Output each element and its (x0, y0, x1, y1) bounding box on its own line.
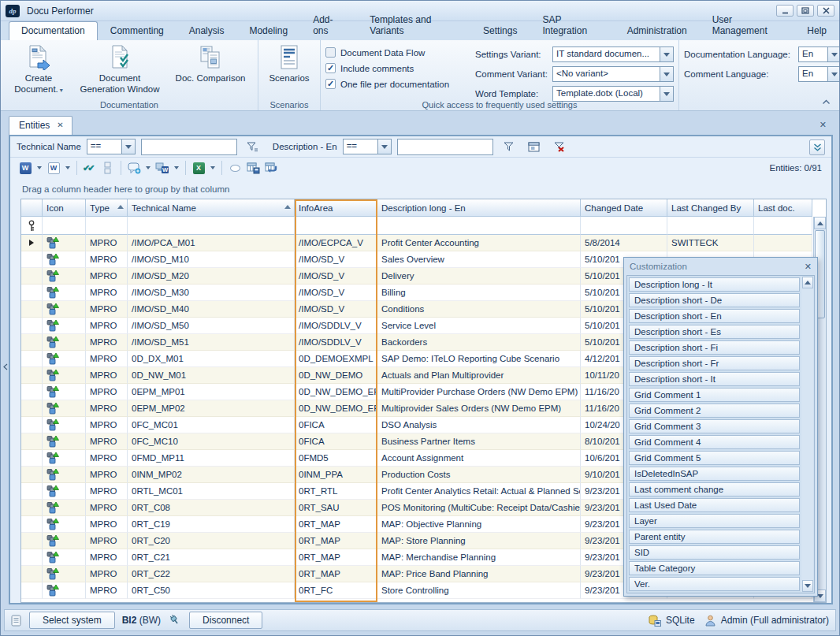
header-infoarea[interactable]: InfoArea (295, 199, 377, 217)
header-description[interactable]: Description long - En (377, 199, 581, 217)
scroll-up-button[interactable] (814, 217, 826, 229)
header-last-doc[interactable]: Last doc. (754, 199, 812, 217)
customization-item-isdeletedinsap[interactable]: IsDeletedInSAP (629, 467, 800, 481)
tab-close-icon[interactable]: ✕ (57, 121, 63, 129)
add-comment-button[interactable] (125, 159, 143, 177)
ribbon-tab-help[interactable]: Help (794, 21, 839, 40)
documentation-language-select[interactable]: En (798, 46, 840, 62)
expand-filter-button[interactable] (809, 139, 825, 155)
header-icon[interactable]: Icon (43, 199, 86, 217)
filter-cell[interactable] (128, 217, 295, 235)
generate-word-document-button[interactable]: W (17, 159, 34, 177)
customization-item-description-short-en[interactable]: Description short - En (629, 309, 800, 323)
filter-cell[interactable] (754, 217, 812, 235)
filter-cell[interactable] (86, 217, 128, 235)
ribbon-tab-add-ons[interactable]: Add-ons (300, 10, 357, 40)
checkbox-icon[interactable]: ✓ (325, 63, 336, 73)
customization-item-description-short-de[interactable]: Description short - De (629, 293, 800, 307)
customization-item-grid-comment-5[interactable]: Grid Comment 5 (629, 451, 800, 465)
apply-filter-button[interactable] (499, 138, 518, 155)
ribbon-tab-modeling[interactable]: Modeling (236, 21, 300, 40)
customization-item-grid-comment-3[interactable]: Grid Comment 3 (629, 419, 800, 433)
customization-item-description-short-fr[interactable]: Description short - Fr (629, 356, 800, 370)
customization-close-icon[interactable]: ✕ (805, 262, 812, 272)
comment-variant-select[interactable]: <No variant> (552, 66, 674, 82)
comment-language-select[interactable]: En (798, 66, 840, 82)
customization-item-description-short-es[interactable]: Description short - Es (629, 325, 800, 339)
scenarios-button[interactable]: Scenarios (263, 43, 315, 86)
filter-cell[interactable] (581, 217, 667, 235)
dock-panel-handle[interactable] (2, 357, 9, 376)
ribbon-tab-settings[interactable]: Settings (470, 21, 530, 40)
scroll-up-button[interactable] (802, 277, 813, 288)
description-operator-select[interactable]: == (343, 139, 392, 154)
customization-scrollbar[interactable] (801, 277, 813, 592)
customization-item-grid-comment-2[interactable]: Grid Comment 2 (629, 404, 800, 418)
customization-item-description-short-fi[interactable]: Description short - Fi (629, 340, 800, 355)
collapse-ribbon-button[interactable] (819, 95, 833, 107)
mark-all-button[interactable]: ✔✔ (81, 159, 98, 177)
doc-comparison-button[interactable]: Doc. Comparison (168, 43, 253, 86)
reset-grid-layout-button[interactable] (262, 159, 280, 177)
generate-word-document-dropdown[interactable] (35, 159, 44, 177)
table-row[interactable]: MPRO /IMO/PCA_M01 /IMO/ECPCA_V Profit Ce… (21, 235, 826, 251)
customization-item-layer[interactable]: Layer (629, 514, 800, 528)
filter-cell[interactable] (667, 217, 754, 235)
filter-cell[interactable] (43, 217, 86, 235)
customization-item-grid-comment-4[interactable]: Grid Comment 4 (629, 435, 800, 449)
settings-variant-dropdown-icon[interactable] (660, 46, 674, 62)
scroll-down-button[interactable] (802, 580, 813, 592)
operator-dropdown-icon[interactable] (378, 139, 392, 154)
database-label[interactable]: SQLite (666, 615, 695, 626)
technical-name-filter-input[interactable] (141, 139, 237, 155)
selection-options-button[interactable] (99, 159, 117, 177)
ribbon-tab-documentation[interactable]: Documentation (9, 21, 98, 40)
header-technical-name[interactable]: Technical Name (128, 199, 295, 217)
customization-item-description-short-it[interactable]: Description short - It (629, 372, 800, 386)
operator-dropdown-icon[interactable] (122, 139, 136, 154)
show-comment-balloon-button[interactable] (226, 159, 243, 177)
save-grid-layout-button[interactable] (244, 159, 262, 177)
description-filter-input[interactable] (397, 139, 493, 155)
tab-entities[interactable]: Entities ✕ (9, 116, 72, 135)
ribbon-tab-sap-integration[interactable]: SAP Integration (530, 10, 614, 40)
header-changed-date[interactable]: Changed Date (581, 199, 667, 217)
comment-generation-dropdown[interactable] (172, 159, 181, 177)
ribbon-tab-administration[interactable]: Administration (615, 21, 700, 40)
word-template-select[interactable]: Template.dotx (Local) (552, 86, 674, 102)
technical-name-operator-select[interactable]: == (87, 139, 136, 154)
open-word-document-dropdown[interactable] (63, 159, 72, 177)
comment-generation-window-button[interactable]: W (154, 159, 171, 177)
ribbon-tab-user-management[interactable]: User Management (700, 10, 795, 40)
customization-item-table-category[interactable]: Table Category (629, 561, 800, 575)
checkbox-include-comments[interactable]: ✓Include comments (325, 63, 475, 73)
documentation-language-dropdown-icon[interactable] (828, 46, 840, 62)
ribbon-tab-analysis[interactable]: Analysis (177, 21, 237, 40)
close-button[interactable] (817, 5, 834, 17)
customization-item-last-used-date[interactable]: Last Used Date (629, 498, 800, 512)
filter-cell[interactable] (377, 217, 581, 235)
header-type[interactable]: Type (86, 199, 128, 217)
export-excel-dropdown[interactable] (208, 159, 217, 177)
select-system-button[interactable]: Select system (29, 612, 115, 629)
filter-layout-button[interactable] (524, 138, 544, 155)
clear-filter-button[interactable] (549, 138, 569, 155)
checkbox-icon[interactable] (325, 47, 336, 58)
comment-language-dropdown-icon[interactable] (828, 66, 840, 82)
checkbox-document-data-flow[interactable]: Document Data Flow (325, 47, 475, 58)
customization-item-description-long-it[interactable]: Description long - It (629, 277, 800, 292)
comment-variant-dropdown-icon[interactable] (660, 66, 674, 82)
export-excel-button[interactable]: X (190, 159, 207, 177)
ribbon-tab-commenting[interactable]: Commenting (98, 21, 177, 40)
customization-item-grid-comment-1[interactable]: Grid Comment 1 (629, 388, 800, 402)
tabstrip-close-icon[interactable]: ✕ (820, 120, 827, 130)
open-word-document-button[interactable]: W (45, 159, 62, 177)
word-template-dropdown-icon[interactable] (660, 86, 674, 102)
filter-cell[interactable] (295, 217, 377, 235)
document-generation-window-button[interactable]: Document Generation Window (72, 43, 168, 98)
checkbox-one-file-per-documentation[interactable]: ✓One file per documentation (325, 79, 475, 89)
ribbon-tab-templates-and-variants[interactable]: Templates and Variants (357, 10, 470, 40)
user-label[interactable]: Admin (Full administrator) (721, 615, 829, 626)
checkbox-icon[interactable]: ✓ (325, 79, 336, 89)
customization-item-ver-[interactable]: Ver. (629, 577, 800, 591)
